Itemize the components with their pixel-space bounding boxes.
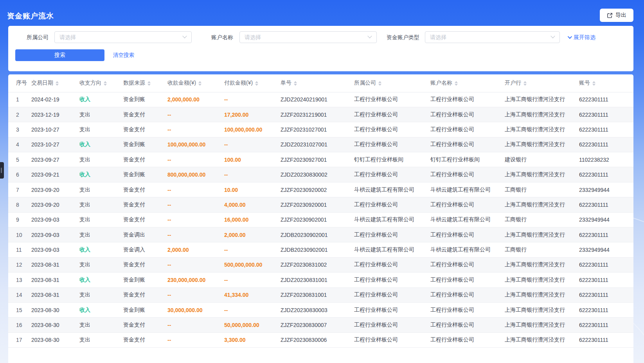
column-header-account_name[interactable]: 账户名称 xyxy=(430,74,505,92)
cell-receive: 30,000,000.00 xyxy=(167,302,224,317)
table-row: 122023-08-31支出资金支付--500,000,000.00ZJZF20… xyxy=(8,257,633,272)
cell-source: 资金支付 xyxy=(123,107,167,122)
cell-bank: 上海工商银行漕河泾支行 xyxy=(505,137,579,152)
cell-company: 工程行业样板公司 xyxy=(354,287,430,302)
table-row: 132023-08-31收入资金到账230,000,000.00--ZJDZ20… xyxy=(8,273,633,287)
account-type-select-placeholder: 请选择 xyxy=(430,32,446,43)
cell-bank: 上海工商银行漕河泾支行 xyxy=(505,228,579,242)
column-header-account_no[interactable]: 账号 xyxy=(579,74,633,92)
cell-source: 资金到账 xyxy=(123,167,167,182)
cell-bank: 上海工商银行漕河泾支行 xyxy=(505,273,579,287)
cell-index: 5 xyxy=(8,152,31,167)
cell-index: 17 xyxy=(8,332,31,347)
cell-pay: -- xyxy=(224,92,281,107)
column-header-source[interactable]: 数据来源 xyxy=(123,74,167,92)
cell-direction: 支出 xyxy=(79,182,123,197)
transactions-table-card: 序号交易日期收支方向数据来源收款金额(¥)付款金额(¥)单号所属公司账户名称开户… xyxy=(8,74,633,363)
sort-icon[interactable] xyxy=(56,81,59,86)
cell-company: 斗栱云建筑工程有限公司 xyxy=(354,242,430,257)
cell-order_no: ZJZF20230830007 xyxy=(281,318,354,332)
export-button[interactable]: 导出 xyxy=(600,9,633,22)
cell-receive: -- xyxy=(167,212,224,227)
account-type-select[interactable]: 请选择 xyxy=(425,31,560,43)
cell-account_no: 2332949944 xyxy=(579,242,633,257)
company-select[interactable]: 请选择 xyxy=(54,31,192,43)
cell-company: 工程行业样板公司 xyxy=(354,122,430,137)
cell-date: 2023-10-27 xyxy=(31,122,79,137)
column-header-receive[interactable]: 收款金额(¥) xyxy=(167,74,224,92)
sort-icon[interactable] xyxy=(148,81,151,86)
column-header-direction[interactable]: 收支方向 xyxy=(79,74,123,92)
cell-company: 工程行业样板公司 xyxy=(354,228,430,242)
cell-company: 工程行业样板公司 xyxy=(354,167,430,182)
column-header-pay[interactable]: 付款金额(¥) xyxy=(224,74,281,92)
cell-source: 资金支付 xyxy=(123,122,167,137)
sort-icon[interactable] xyxy=(104,81,107,86)
expand-filters-link[interactable]: 展开筛选 xyxy=(568,31,595,43)
cell-receive: -- xyxy=(167,107,224,122)
cell-bank: 上海工商银行漕河泾支行 xyxy=(505,167,579,182)
sort-icon[interactable] xyxy=(294,81,297,86)
cell-pay: 41,334.00 xyxy=(224,287,281,302)
sort-icon[interactable] xyxy=(455,81,458,86)
cell-account_name: 工程行业样板公司 xyxy=(430,257,505,272)
cell-index: 1 xyxy=(8,92,31,107)
clear-search-link[interactable]: 清空搜索 xyxy=(113,49,134,61)
cell-company: 斗栱云建筑工程有限公司 xyxy=(354,212,430,227)
search-button[interactable]: 搜索 xyxy=(15,49,104,61)
column-header-date[interactable]: 交易日期 xyxy=(31,74,79,92)
cell-pay: 100,000,000.00 xyxy=(224,122,281,137)
cell-company: 工程行业样板公司 xyxy=(354,92,430,107)
column-label: 账号 xyxy=(579,79,590,86)
chevron-down-icon xyxy=(550,34,555,38)
cell-order_no: ZJZF20231027001 xyxy=(281,122,354,137)
cell-order_no: ZJZF20230920001 xyxy=(281,197,354,212)
sort-icon[interactable] xyxy=(255,81,258,86)
sort-icon[interactable] xyxy=(592,81,595,86)
cell-account_no: 6222301111 xyxy=(579,167,633,182)
column-header-order_no[interactable]: 单号 xyxy=(281,74,354,92)
cell-bank: 工商银行 xyxy=(505,242,579,257)
sort-icon[interactable] xyxy=(198,81,201,86)
account-name-select[interactable]: 请选择 xyxy=(239,31,377,43)
cell-direction: 支出 xyxy=(79,197,123,212)
cell-company: 斗栱云建筑工程有限公司 xyxy=(354,182,430,197)
cell-date: 2023-08-31 xyxy=(31,257,79,272)
cell-index: 11 xyxy=(8,242,31,257)
cell-company: 工程行业样板公司 xyxy=(354,197,430,212)
cell-order_no: ZJDZ20230830002 xyxy=(281,167,354,182)
cell-bank: 工商银行 xyxy=(505,182,579,197)
cell-direction: 支出 xyxy=(79,332,123,347)
cell-company: 钉钉工程行业样板间 xyxy=(354,152,430,167)
cell-order_no: ZJZF20230902001 xyxy=(281,212,354,227)
cell-direction: 收入 xyxy=(79,242,123,257)
cell-source: 资金支付 xyxy=(123,197,167,212)
cell-account_name: 钉钉工程行业样板间 xyxy=(430,152,505,167)
cell-date: 2023-09-20 xyxy=(31,197,79,212)
cell-direction: 收入 xyxy=(79,167,123,182)
cell-receive: -- xyxy=(167,318,224,332)
sort-icon[interactable] xyxy=(523,81,527,86)
column-label: 数据来源 xyxy=(123,79,145,86)
cell-account_name: 工程行业样板公司 xyxy=(430,228,505,242)
company-select-placeholder: 请选择 xyxy=(59,32,76,43)
cell-pay: 500,000,000.00 xyxy=(224,257,281,272)
cell-account_no: 6222301111 xyxy=(579,318,633,332)
cell-order_no: ZJDZ20230831001 xyxy=(281,273,354,287)
cell-source: 资金支付 xyxy=(123,182,167,197)
cell-source: 资金调出 xyxy=(123,228,167,242)
table-row: 112023-09-03收入资金调入2,000.00--ZJDB20230902… xyxy=(8,242,633,257)
filter-label-company: 所属公司 xyxy=(27,31,49,43)
drawer-handle[interactable] xyxy=(0,162,4,179)
cell-account_no: 6222301111 xyxy=(579,257,633,272)
column-header-company[interactable]: 所属公司 xyxy=(354,74,430,92)
cell-account_name: 工程行业样板公司 xyxy=(430,273,505,287)
table-row: 152023-08-30收入资金到账30,000,000.00--ZJDZ202… xyxy=(8,302,633,317)
cell-index: 8 xyxy=(8,197,31,212)
sort-icon[interactable] xyxy=(378,81,381,86)
column-header-index: 序号 xyxy=(8,74,31,92)
table-row: 52023-09-27支出资金支付--100.00ZJZF20230927001… xyxy=(8,152,633,167)
fund-account-flow-page: 资金账户流水 导出 所属公司 请选择 账户名称 请选择 资金账户类型 请选择 xyxy=(0,0,644,363)
cell-direction: 支出 xyxy=(79,257,123,272)
column-header-bank[interactable]: 开户行 xyxy=(505,74,579,92)
